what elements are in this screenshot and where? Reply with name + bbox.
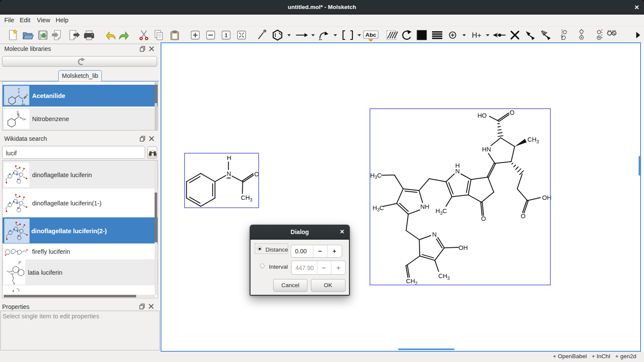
svg-text:HO: HO [477,112,487,119]
svg-text:O: O [26,94,28,96]
svg-text:CH: CH [18,261,21,263]
svg-text:O: O [17,110,19,113]
svg-text:OH: OH [459,244,468,251]
svg-text:CH3: CH3 [241,194,253,202]
svg-text:HN: HN [482,146,491,153]
svg-text:H+: H+ [472,31,481,39]
svg-text:CH: CH [21,103,25,106]
svg-text:N: N [432,231,436,238]
svg-text:NH: NH [420,203,429,210]
svg-text:1: 1 [225,33,228,39]
svg-text:H: H [227,154,231,161]
svg-text:O: O [481,215,486,222]
svg-text:H3C: H3C [435,208,447,216]
svg-text:N: N [11,273,12,275]
svg-text:Abc: Abc [365,32,376,38]
svg-text:N: N [18,116,19,118]
svg-text:N: N [227,170,231,177]
svg-text:N: N [455,168,459,175]
svg-text:H: H [18,88,20,90]
svg-text:O: O [510,109,514,116]
svg-text:CH3: CH3 [438,273,450,281]
svg-text:H3C: H3C [370,172,382,180]
svg-text:OH: OH [542,194,552,201]
svg-text:OH: OH [22,118,26,121]
svg-text:O: O [521,213,525,220]
svg-text:CH3: CH3 [528,136,539,144]
svg-text:CH2: CH2 [406,278,417,286]
svg-text:H3C: H3C [373,205,384,213]
svg-text:N: N [18,95,20,97]
